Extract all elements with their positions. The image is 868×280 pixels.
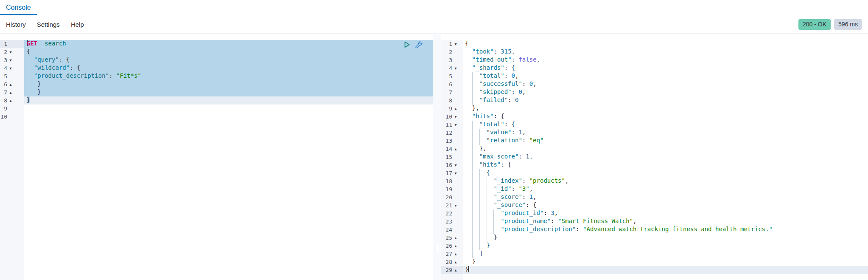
- code-line[interactable]: "total": 0,: [441, 72, 868, 80]
- code-line[interactable]: "timed_out": false,: [441, 56, 868, 64]
- fold-toggle-icon[interactable]: ▴: [7, 96, 14, 105]
- code-line[interactable]: {: [441, 40, 868, 48]
- code-line[interactable]: [0, 105, 433, 113]
- code-line[interactable]: "product_id": 3,: [441, 209, 868, 218]
- fold-toggle-icon[interactable]: ▴: [452, 258, 459, 266]
- fold-toggle-icon[interactable]: ▾: [452, 113, 459, 121]
- indent: [465, 201, 472, 209]
- code-line[interactable]: "skipped": 0,: [441, 88, 868, 96]
- code-line[interactable]: "_index": "products",: [441, 177, 868, 185]
- code-line[interactable]: "successful": 0,: [441, 80, 868, 88]
- line-number: 7: [441, 89, 452, 96]
- indent: [465, 113, 472, 121]
- code-token: "relation": [487, 137, 522, 144]
- code-line[interactable]: }: [0, 96, 433, 105]
- fold-toggle-icon[interactable]: ▾: [7, 48, 14, 56]
- code-token: :: [512, 56, 519, 63]
- fold-toggle-icon[interactable]: ▴: [7, 88, 14, 96]
- fold-toggle-icon[interactable]: ▾: [452, 64, 459, 72]
- resize-grip-icon[interactable]: [436, 246, 438, 252]
- code-line[interactable]: }: [0, 80, 433, 88]
- menu-settings[interactable]: Settings: [37, 21, 60, 28]
- request-actions: [403, 41, 423, 48]
- code-line[interactable]: "relation": "eq": [441, 137, 868, 145]
- response-viewer[interactable]: 1▾234▾56789▴10▾11▾121314▴1516▾17▾1819202…: [441, 34, 868, 280]
- line-number: 17: [441, 170, 452, 176]
- response-code[interactable]: {"took": 315,"timed_out": false,"_shards…: [441, 40, 868, 274]
- play-icon: [403, 41, 411, 48]
- tab-bar: Console: [0, 0, 868, 15]
- code-line[interactable]: "hits": [: [441, 161, 868, 169]
- fold-toggle-icon[interactable]: ▴: [452, 234, 459, 242]
- fold-toggle-icon[interactable]: ▴: [452, 145, 459, 153]
- code-line[interactable]: {: [441, 169, 868, 177]
- fold-toggle-icon[interactable]: ▴: [452, 250, 459, 258]
- code-token: }: [493, 234, 497, 240]
- line-number: 13: [441, 138, 452, 144]
- code-token: [27, 56, 34, 63]
- code-line[interactable]: ]: [441, 250, 868, 258]
- code-token: "_source": [493, 201, 526, 208]
- line-number: 20: [441, 194, 452, 201]
- code-token: ,: [522, 129, 526, 136]
- fold-toggle-icon[interactable]: ▾: [452, 169, 459, 177]
- indent-guide: [493, 209, 501, 218]
- code-line[interactable]: "_shards": {: [441, 64, 868, 72]
- code-line[interactable]: "_source": {: [441, 201, 868, 209]
- fold-toggle-icon[interactable]: ▴: [452, 105, 459, 113]
- gutter-line: 11▾: [441, 121, 463, 129]
- fold-toggle-icon[interactable]: ▾: [452, 161, 459, 169]
- fold-toggle-icon[interactable]: ▾: [452, 121, 459, 129]
- code-line[interactable]: "_id": "3",: [441, 185, 868, 193]
- fold-toggle-icon[interactable]: ▾: [7, 56, 14, 64]
- menu-help[interactable]: Help: [71, 21, 84, 28]
- editor-code[interactable]: GET _search{ "query": { "wildcard": { "p…: [0, 40, 433, 121]
- code-line[interactable]: "hits": {: [441, 113, 868, 121]
- code-token: {: [487, 169, 490, 176]
- indent-guide: [479, 177, 487, 185]
- fold-toggle-icon[interactable]: ▴: [452, 266, 459, 274]
- code-token: "timed_out": [472, 56, 512, 63]
- code-line[interactable]: }: [0, 88, 433, 96]
- indent-guide: [479, 242, 487, 250]
- panel-divider[interactable]: [433, 34, 441, 280]
- code-line[interactable]: },: [441, 105, 868, 113]
- code-line[interactable]: }: [441, 258, 868, 266]
- code-line[interactable]: "wildcard": {: [0, 64, 433, 72]
- fold-toggle-icon[interactable]: ▾: [452, 40, 459, 48]
- indent-guide: [472, 161, 479, 169]
- code-token: :: [522, 80, 529, 87]
- request-editor[interactable]: 12▾3▾4▾56▴7▴8▴910 GET _search{ "query": …: [0, 34, 433, 280]
- code-line[interactable]: [0, 113, 433, 121]
- indent-guide: [472, 193, 479, 201]
- tab-console[interactable]: Console: [0, 0, 37, 15]
- request-options-button[interactable]: [415, 41, 423, 48]
- code-token: : {: [59, 56, 70, 63]
- fold-toggle-icon[interactable]: ▴: [452, 242, 459, 250]
- code-line[interactable]: GET _search: [0, 40, 433, 48]
- code-token: },: [472, 105, 479, 111]
- code-line[interactable]: "failed": 0: [441, 96, 868, 105]
- gutter-line: 19: [441, 185, 463, 193]
- line-number: 2: [441, 49, 452, 55]
- code-line[interactable]: }: [441, 266, 868, 274]
- code-line[interactable]: }: [441, 242, 868, 250]
- code-line[interactable]: "value": 1,: [441, 129, 868, 137]
- fold-toggle-icon[interactable]: ▾: [7, 64, 14, 72]
- code-line[interactable]: },: [441, 145, 868, 153]
- send-request-button[interactable]: [403, 41, 411, 48]
- text-cursor: [468, 266, 469, 272]
- code-line[interactable]: "product_name": "Smart Fitness Watch",: [441, 218, 868, 226]
- menu-history[interactable]: History: [6, 21, 26, 28]
- code-line[interactable]: }: [441, 234, 868, 242]
- code-line[interactable]: "total": {: [441, 121, 868, 129]
- code-line[interactable]: {: [0, 48, 433, 56]
- fold-toggle-icon[interactable]: ▴: [7, 80, 14, 88]
- code-line[interactable]: "_score": 1,: [441, 193, 868, 201]
- code-line[interactable]: "query": {: [0, 56, 433, 64]
- code-line[interactable]: "max_score": 1,: [441, 153, 868, 161]
- code-line[interactable]: "product_description": "Fit*s": [0, 72, 433, 80]
- fold-toggle-icon[interactable]: ▾: [452, 201, 459, 209]
- code-line[interactable]: "product_description": "Advanced watch t…: [441, 226, 868, 234]
- code-line[interactable]: "took": 315,: [441, 48, 868, 56]
